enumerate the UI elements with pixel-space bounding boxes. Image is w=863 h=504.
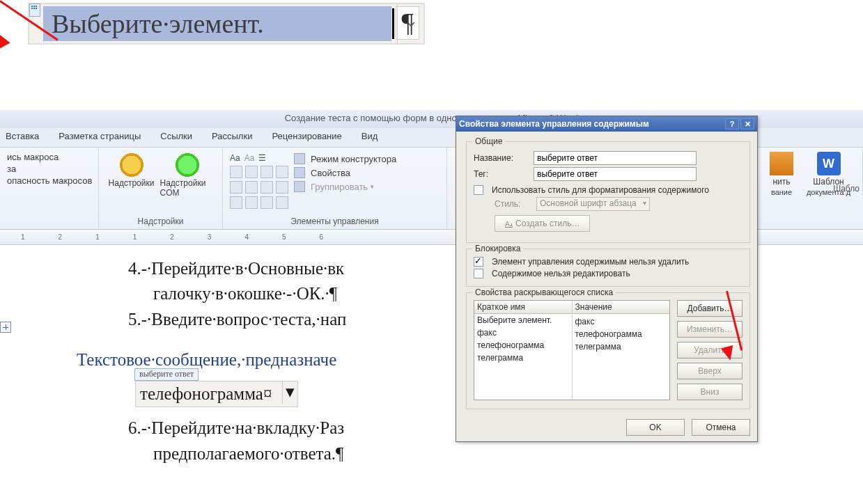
placeholder-text: Выберите·элемент. [52,8,264,39]
control-gallery[interactable] [230,166,288,209]
content-control-top[interactable]: Выберите·элемент. ¶ [28,3,425,45]
pause-macro-partial[interactable]: за [7,164,92,174]
group-button: Группировать ▾ [294,181,396,192]
com-addins-button[interactable]: Надстройки COM [160,153,215,198]
tab-view[interactable]: Вид [361,131,378,147]
dropdown-button[interactable]: ▾ [282,381,297,404]
addins-button[interactable]: Надстройки [107,153,156,198]
help-button[interactable]: ? [725,118,739,129]
hand-sheet-icon [294,167,305,178]
text-cursor [392,8,394,39]
list-item[interactable]: телеграмма [474,352,572,364]
group-label: Элементы управления [223,216,446,229]
group-list: Свойства раскрывающегося списка Краткое … [466,292,750,409]
list-item: телефонограмма [573,328,670,340]
col-header-name[interactable]: Краткое имя [474,301,572,314]
edit-button: Изменить… [677,321,743,338]
gear-icon [120,153,143,177]
dropdown-button[interactable] [397,4,423,45]
dropdown-items-list[interactable]: Краткое имя Выберите элемент. факс телеф… [474,300,670,400]
record-macro-partial[interactable]: ись макроса [7,152,92,162]
tag-label: Тег: [474,169,528,179]
group-legend: Блокировка [472,244,523,253]
lock-delete-label: Элемент управления содержимым нельзя уда… [492,257,689,267]
list-item[interactable]: Выберите элемент. [474,314,572,326]
anchor-icon[interactable] [0,322,11,333]
tab-page-layout[interactable]: Разметка страницы [59,131,141,147]
word-doc-icon [817,152,841,175]
lock-delete-checkbox[interactable] [474,257,483,267]
tab-insert[interactable]: Вставка [6,131,39,147]
shield-icon [770,152,793,175]
close-button[interactable]: ✕ [740,118,754,129]
use-style-label: Использовать стиль для форматирования со… [492,185,709,195]
ruler-pencil-icon [294,153,305,164]
tab-review[interactable]: Рецензирование [272,131,341,147]
new-style-button: A̲₄ Создать стиль… [495,215,590,232]
down-button: Вниз [677,384,743,400]
col-header-value[interactable]: Значение [573,301,670,314]
content-control-properties-dialog: Свойства элемента управления содержимым … [456,116,758,442]
group-common: Общие Название: Тег: Использовать стиль … [466,141,750,243]
chevron-down-icon [407,20,415,29]
name-label: Название: [474,153,528,163]
lock-edit-checkbox[interactable] [474,269,483,278]
up-button: Вверх [677,363,743,379]
list-item[interactable]: телефонограмма [474,339,572,352]
content-control-inline[interactable]: выберите ответ телефонограмма¤ ▾ [135,381,298,407]
use-style-checkbox[interactable] [474,185,483,195]
group-icon [294,181,305,192]
design-mode-button[interactable]: Режим конструктора [294,153,396,164]
group-label: Надстройки [99,216,222,229]
group-lock: Блокировка Элемент управления содержимым… [466,249,750,287]
dialog-titlebar[interactable]: Свойства элемента управления содержимым … [456,116,757,132]
drag-handle-icon[interactable] [29,3,40,17]
macro-security-partial[interactable]: опасность макросов [7,175,92,186]
list-item: телеграмма [573,340,670,353]
group-legend: Свойства раскрывающегося списка [472,288,616,297]
dialog-title: Свойства элемента управления содержимым [459,119,724,129]
tag-input[interactable] [534,167,697,181]
name-input[interactable] [534,151,697,165]
macros-stack: ись макроса за опасность макросов [7,152,92,186]
style-combobox: Основной шрифт абзаца [536,197,650,211]
list-item[interactable]: факс [474,326,572,339]
style-label: Стиль: [495,199,531,209]
content-control-placeholder[interactable]: Выберите·элемент. [43,6,391,41]
properties-button[interactable]: Свойства [294,167,396,178]
list-item: факс [573,315,670,328]
lock-edit-label: Содержимое нельзя редактировать [492,269,630,278]
tab-mailings[interactable]: Рассылки [212,131,252,147]
gear-icon [176,153,199,177]
cancel-button[interactable]: Отмена [692,419,750,436]
group-legend: Общие [472,136,505,146]
style-a-icon: A̲₄ [505,220,513,228]
content-control-tag: выберите ответ [134,368,199,381]
content-control-value: телефонограмма¤ [136,381,277,407]
tab-references[interactable]: Ссылки [160,131,192,147]
group-label: Шабло [757,184,862,196]
ok-button[interactable]: OK [626,419,685,436]
